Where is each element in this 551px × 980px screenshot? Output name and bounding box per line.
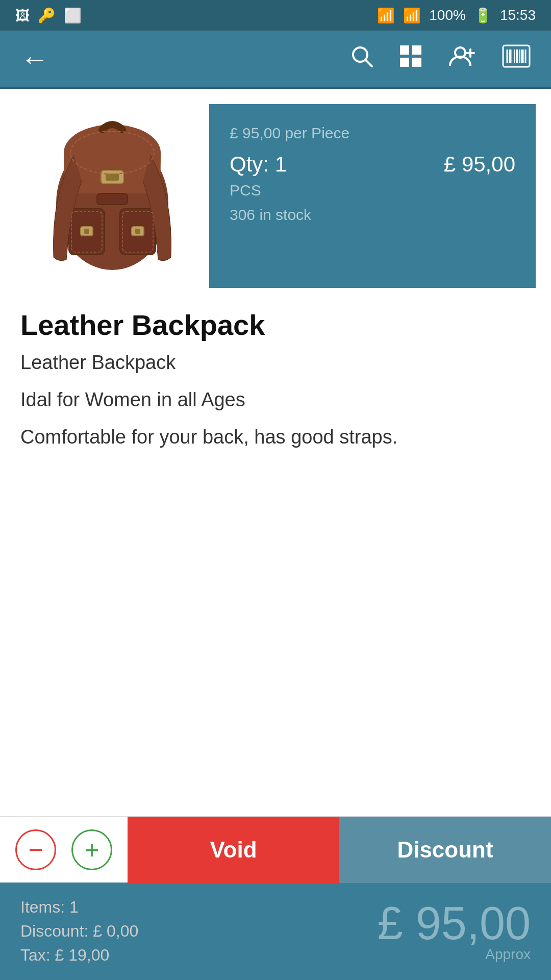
svg-rect-24 — [135, 229, 140, 234]
signal-icon: 📶 — [403, 7, 421, 24]
void-button[interactable]: Void — [128, 817, 339, 883]
status-bar-left: 🖼 🔑 ⬜ — [15, 7, 82, 24]
decrease-qty-button[interactable]: − — [15, 829, 56, 870]
lock-icon: 🔑 — [38, 7, 56, 24]
total-amount: £ 95,00 — [378, 900, 531, 946]
discount-button[interactable]: Discount — [339, 817, 551, 883]
search-icon[interactable] — [350, 44, 373, 74]
cart-total: £ 95,00 Approx — [378, 900, 531, 963]
action-buttons-row: − + Void Discount — [0, 816, 551, 883]
svg-line-1 — [365, 60, 372, 66]
add-user-icon[interactable] — [448, 44, 477, 74]
cart-details: Items: 1 Discount: £ 0,00 Tax: £ 19,00 — [20, 898, 138, 965]
product-description: Comfortable for your back, has good stra… — [20, 426, 531, 448]
status-bar: 🖼 🔑 ⬜ 📶 📶 100% 🔋 15:53 — [0, 0, 551, 31]
product-details: Leather Backpack Leather Backpack Idal f… — [0, 288, 551, 448]
total-price: £ 95,00 — [444, 152, 515, 177]
price-per-unit: £ 95,00 per Piece — [230, 125, 515, 142]
back-button[interactable]: ← — [20, 42, 49, 76]
unit-label: PCS — [230, 182, 515, 199]
product-tag: Idal for Women in all Ages — [20, 389, 531, 411]
battery-percent: 100% — [429, 7, 466, 23]
spacer — [0, 463, 551, 668]
product-image-container — [15, 104, 209, 288]
svg-rect-25 — [97, 193, 128, 205]
product-name: Leather Backpack — [20, 308, 531, 341]
grid-icon[interactable] — [399, 44, 422, 74]
nav-bar-left: ← — [20, 42, 49, 76]
cart-discount: Discount: £ 0,00 — [20, 922, 138, 941]
product-image — [36, 114, 189, 278]
svg-rect-3 — [412, 45, 421, 55]
svg-rect-5 — [412, 58, 421, 67]
cart-items-count: Items: 1 — [20, 898, 138, 917]
status-bar-right: 📶 📶 100% 🔋 15:53 — [377, 7, 536, 24]
screen-icon: ⬜ — [64, 7, 82, 24]
svg-rect-2 — [400, 45, 409, 55]
stock-label: 306 in stock — [230, 206, 515, 224]
wifi-icon: 📶 — [377, 7, 395, 24]
increase-qty-button[interactable]: + — [71, 829, 112, 870]
svg-rect-27 — [106, 174, 119, 181]
svg-rect-4 — [400, 58, 409, 67]
barcode-icon[interactable] — [502, 44, 531, 74]
clock: 15:53 — [500, 7, 536, 23]
qty-controls: − + — [0, 829, 128, 870]
product-subtitle: Leather Backpack — [20, 352, 531, 374]
nav-bar: ← — [0, 31, 551, 87]
cart-tax: Tax: £ 19,00 — [20, 946, 138, 965]
qty-price-row: Qty: 1 £ 95,00 — [230, 152, 515, 177]
bottom-actions: − + Void Discount Items: 1 Discount: £ 0… — [0, 816, 551, 980]
product-info-card: £ 95,00 per Piece Qty: 1 £ 95,00 PCS 306… — [209, 104, 536, 288]
cart-summary: Items: 1 Discount: £ 0,00 Tax: £ 19,00 £… — [0, 883, 551, 980]
battery-icon: 🔋 — [474, 7, 492, 24]
nav-bar-right — [350, 44, 531, 74]
svg-rect-22 — [84, 229, 89, 234]
product-section: £ 95,00 per Piece Qty: 1 £ 95,00 PCS 306… — [0, 89, 551, 288]
image-icon: 🖼 — [15, 7, 30, 24]
qty-label: Qty: 1 — [230, 152, 287, 177]
